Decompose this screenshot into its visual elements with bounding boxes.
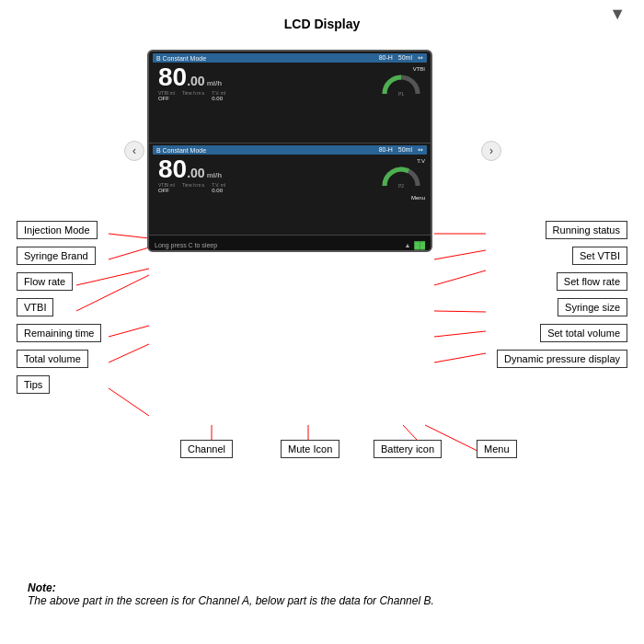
channel-a-vtbi-val: OFF (158, 96, 175, 101)
channel-b-rate-display: 80 .00 ml/h (153, 155, 381, 182)
channel-a-tv-val: 0.00 (212, 96, 225, 101)
channel-a-rate-decimal: .00 (187, 75, 204, 87)
svg-line-12 (434, 353, 486, 362)
svg-line-5 (109, 344, 149, 362)
channel-b-icon: ⇔ (418, 146, 423, 154)
label-flow-rate: Flow rate (17, 272, 73, 291)
svg-line-1 (109, 247, 149, 259)
channel-a-size: 50ml (398, 54, 412, 62)
channel-a-vtbi-col: VTBI ml OFF (158, 90, 175, 101)
channel-a-rate-big: 80 (158, 64, 187, 90)
label-dynamic-pressure: Dynamic pressure display (497, 350, 627, 368)
svg-line-9 (434, 270, 486, 285)
channel-b-menu-badge: Menu (381, 195, 427, 201)
svg-line-3 (76, 275, 149, 311)
channel-a-time-col: Time h:m:s (182, 90, 205, 101)
status-bar-text: Long press C to sleep (155, 242, 217, 248)
channel-b-time: 80-H (379, 146, 393, 154)
page-title: LCD Display (0, 0, 644, 31)
channel-b-vtbi-col: VTBI ml OFF (158, 182, 175, 193)
chevron-down-icon[interactable]: ▼ (609, 5, 626, 24)
channel-a-tv-col: T.V. ml 0.00 (212, 90, 225, 101)
label-mute-icon: Mute Icon (281, 440, 339, 458)
label-tips: Tips (17, 375, 50, 394)
nav-prev-button[interactable]: ‹ (124, 141, 144, 161)
label-vtbi: VTBI (17, 298, 53, 316)
label-injection-mode: Injection Mode (17, 221, 98, 239)
channel-a-rate-unit: ml/h (207, 80, 222, 90)
svg-line-15 (403, 425, 417, 440)
svg-text:P2: P2 (398, 183, 404, 189)
battery-status-icon: ▓▓ (414, 241, 425, 249)
note-title: Note: (28, 581, 434, 594)
channel-a-header: B Constant Mode 80-H 50ml ⇔ (153, 53, 427, 63)
svg-line-0 (109, 234, 149, 238)
lcd-screen: B Constant Mode 80-H 50ml ⇔ 80 .00 ml/h (147, 50, 432, 252)
svg-line-2 (76, 269, 149, 285)
svg-line-4 (109, 326, 149, 337)
label-set-total-volume: Set total volume (540, 324, 627, 342)
channel-b-header-right: 80-H 50ml ⇔ (379, 146, 423, 154)
channel-b-rate-decimal: .00 (187, 167, 204, 179)
label-running-status: Running status (546, 221, 627, 239)
channel-b-time-col: Time h:m:s (182, 182, 205, 193)
label-set-flow-rate: Set flow rate (557, 272, 627, 291)
status-bar-icons: ▲ ▓▓ (404, 241, 425, 249)
channel-a-icon: ⇔ (418, 54, 423, 62)
note-section: Note: The above part in the screen is fo… (28, 581, 434, 607)
channel-b-tv-val: 0.00 (212, 188, 225, 193)
channel-b-size: 50ml (398, 146, 412, 154)
channel-b-header: B Constant Mode 80-H 50ml ⇔ (153, 145, 427, 155)
svg-line-10 (434, 311, 486, 312)
channel-a-mode: B Constant Mode (156, 55, 206, 62)
channel-a-time-label: Time h:m:s (182, 90, 205, 96)
note-text: The above part in the screen is for Chan… (28, 594, 434, 607)
gauge-a: P1 (381, 72, 421, 98)
channel-b-vtbi-val: OFF (158, 188, 175, 193)
gauge-b: P2 (381, 164, 421, 190)
channel-a-header-right: 80-H 50ml ⇔ (379, 54, 423, 62)
channel-b-rate-big: 80 (158, 156, 187, 182)
channel-b: B Constant Mode 80-H 50ml ⇔ 80 .00 ml/h (149, 144, 431, 236)
channel-b-time-label: Time h:m:s (182, 182, 205, 188)
diagram-area: B Constant Mode 80-H 50ml ⇔ 80 .00 ml/h (0, 40, 644, 335)
label-channel: Channel (180, 440, 233, 458)
page-container: ▼ LCD Display (0, 0, 644, 644)
svg-text:P1: P1 (398, 91, 404, 97)
svg-line-6 (109, 388, 149, 416)
channel-b-info-row: VTBI ml OFF Time h:m:s T.V. ml 0.00 (153, 182, 381, 193)
channel-a-time: 80-H (379, 54, 393, 62)
label-remaining-time: Remaining time (17, 324, 101, 342)
channel-b-tv-col: T.V. ml 0.00 (212, 182, 225, 193)
label-syringe-brand: Syringe Brand (17, 247, 96, 265)
channel-a-info-row: VTBI ml OFF Time h:m:s T.V. ml 0.00 (153, 90, 381, 101)
channel-b-mode: B Constant Mode (156, 147, 206, 154)
status-bar: Long press C to sleep ▲ ▓▓ (149, 236, 431, 252)
label-battery-icon: Battery icon (374, 440, 442, 458)
channel-a-rate-display: 80 .00 ml/h (153, 63, 381, 90)
label-syringe-size: Syringe size (558, 298, 627, 316)
svg-line-8 (434, 250, 486, 259)
label-menu: Menu (477, 440, 517, 458)
channel-a: B Constant Mode 80-H 50ml ⇔ 80 .00 ml/h (149, 52, 431, 144)
label-total-volume: Total volume (17, 350, 88, 368)
nav-next-button[interactable]: › (481, 141, 501, 161)
label-set-vtbi: Set VTBI (572, 247, 627, 265)
svg-line-11 (434, 331, 486, 337)
sound-icon: ▲ (404, 242, 410, 248)
channel-b-rate-unit: ml/h (207, 172, 222, 182)
